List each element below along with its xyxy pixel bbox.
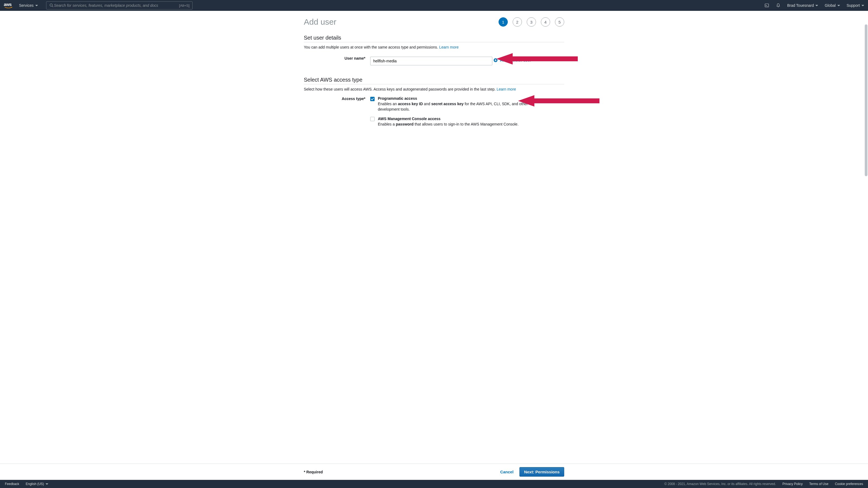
- services-menu[interactable]: Services: [19, 3, 38, 8]
- account-label: Brad Touesnard: [787, 3, 814, 8]
- privacy-link[interactable]: Privacy Policy: [782, 482, 803, 486]
- svg-point-0: [50, 4, 52, 6]
- section-access-type: Select AWS access type Select how these …: [304, 77, 564, 127]
- annotation-arrow-2: [518, 93, 599, 109]
- console-access-checkbox[interactable]: [370, 117, 375, 121]
- account-menu[interactable]: Brad Touesnard: [787, 3, 818, 8]
- page-title: Add user: [304, 18, 336, 27]
- next-button[interactable]: Next: Permissions: [520, 467, 564, 477]
- step-1[interactable]: 1: [499, 18, 508, 27]
- add-another-user-link[interactable]: Add another user: [493, 58, 531, 62]
- scrollbar-thumb[interactable]: [865, 24, 867, 176]
- cloudshell-icon[interactable]: [764, 3, 769, 8]
- search-shortcut: [Alt+S]: [179, 3, 190, 8]
- search-box[interactable]: [Alt+S]: [46, 1, 193, 9]
- support-menu[interactable]: Support: [846, 3, 864, 8]
- aws-logo[interactable]: aws: [4, 2, 13, 8]
- console-access-title: AWS Management Console access: [378, 117, 530, 121]
- cookie-link[interactable]: Cookie preferences: [835, 482, 863, 486]
- wizard-steps: 1 2 3 4 5: [499, 18, 564, 27]
- language-menu[interactable]: English (US): [26, 482, 48, 486]
- search-icon: [49, 3, 54, 8]
- copyright: © 2008 - 2021, Amazon Web Services, Inc.…: [664, 482, 776, 486]
- section-heading: Set user details: [304, 35, 564, 42]
- page-header: Add user 1 2 3 4 5: [304, 18, 564, 27]
- plus-circle-icon: [493, 58, 498, 62]
- bell-icon[interactable]: [776, 3, 781, 8]
- top-nav: aws Services [Alt+S] Brad Touesnard Glob…: [0, 0, 868, 11]
- svg-line-1: [52, 6, 53, 7]
- learn-more-link[interactable]: Learn more: [439, 45, 459, 50]
- action-bar: * Required Cancel Next: Permissions: [0, 464, 868, 480]
- section-heading: Select AWS access type: [304, 77, 564, 84]
- section-desc: You can add multiple users at once with …: [304, 45, 564, 50]
- region-menu[interactable]: Global: [825, 3, 840, 8]
- cancel-button[interactable]: Cancel: [500, 469, 514, 474]
- step-4[interactable]: 4: [541, 18, 550, 27]
- learn-more-link[interactable]: Learn more: [497, 87, 516, 91]
- step-5[interactable]: 5: [555, 18, 564, 27]
- access-type-label: Access type*: [304, 96, 370, 101]
- footer: Feedback English (US) © 2008 - 2021, Ama…: [0, 480, 868, 488]
- feedback-link[interactable]: Feedback: [5, 482, 19, 486]
- support-label: Support: [846, 3, 860, 8]
- programmatic-access-checkbox[interactable]: [370, 97, 375, 101]
- svg-rect-2: [765, 4, 769, 7]
- search-input[interactable]: [54, 3, 179, 8]
- chevron-down-icon: [815, 5, 818, 6]
- chevron-down-icon: [45, 483, 48, 485]
- section-user-details: Set user details You can add multiple us…: [304, 35, 564, 65]
- step-2[interactable]: 2: [513, 18, 522, 27]
- console-access-desc: Enables a password that allows users to …: [378, 122, 530, 127]
- services-label: Services: [19, 3, 34, 8]
- chevron-down-icon: [35, 5, 38, 6]
- region-label: Global: [825, 3, 835, 8]
- section-desc: Select how these users will access AWS. …: [304, 87, 564, 91]
- programmatic-access-title: Programmatic access: [378, 96, 530, 101]
- chevron-down-icon: [862, 5, 864, 6]
- step-3[interactable]: 3: [527, 18, 536, 27]
- chevron-down-icon: [837, 5, 840, 6]
- terms-link[interactable]: Terms of Use: [809, 482, 828, 486]
- username-label: User name*: [304, 54, 370, 61]
- username-input[interactable]: [370, 57, 492, 65]
- required-note: * Required: [304, 470, 323, 474]
- programmatic-access-desc: Enables an access key ID and secret acce…: [378, 101, 530, 112]
